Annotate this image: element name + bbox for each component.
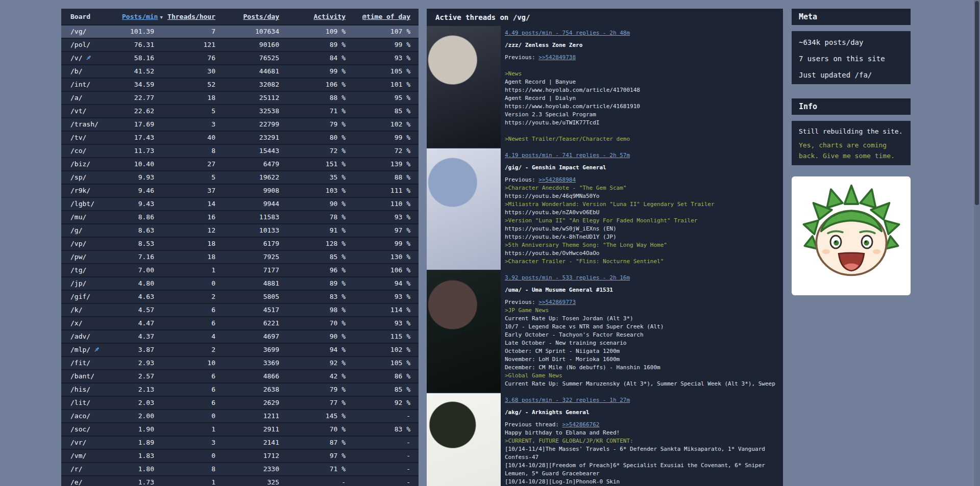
time-of-day-cell: 83 % bbox=[354, 423, 419, 436]
board-row-int[interactable]: /int/34.595232082106 %101 % bbox=[61, 78, 419, 91]
board-row-his[interactable]: /his/2.136263879 %85 % bbox=[61, 383, 419, 396]
board-link[interactable]: /aco/ bbox=[70, 412, 90, 420]
scrollbar-thumb[interactable] bbox=[975, 1, 979, 205]
board-link[interactable]: /int/ bbox=[70, 81, 90, 88]
posts-day-cell: 44681 bbox=[224, 65, 287, 78]
board-link[interactable]: /soc/ bbox=[70, 425, 90, 433]
board-link[interactable]: /k/ bbox=[70, 306, 82, 314]
board-row-r9k[interactable]: /r9k/9.46379908103 %111 % bbox=[61, 184, 419, 197]
board-link[interactable]: /bant/ bbox=[70, 372, 94, 380]
board-link[interactable]: /pw/ bbox=[70, 253, 86, 261]
board-link[interactable]: /vg/ bbox=[70, 28, 86, 35]
previous-thread-link[interactable]: >>542869773 bbox=[538, 299, 576, 305]
board-link[interactable]: /mlp/ bbox=[70, 346, 90, 353]
sort-link[interactable]: Activity bbox=[313, 13, 346, 20]
board-link[interactable]: /r9k/ bbox=[70, 187, 90, 194]
thread-thumbnail[interactable] bbox=[427, 271, 501, 392]
sort-link[interactable]: Threads/hour bbox=[167, 13, 215, 20]
board-row-fit[interactable]: /fit/2.9310336992 %105 % bbox=[61, 356, 419, 370]
board-link[interactable]: /sp/ bbox=[70, 173, 86, 181]
board-link[interactable]: /vp/ bbox=[70, 240, 86, 247]
board-row-vm[interactable]: /vm/1.830171297 %- bbox=[61, 449, 419, 463]
previous-thread-link[interactable]: >>542849738 bbox=[538, 54, 576, 61]
board-link[interactable]: /x/ bbox=[70, 319, 82, 327]
board-row-vt[interactable]: /vt/22.6253253871 %85 % bbox=[61, 105, 419, 118]
board-row-a[interactable]: /a/22.77182511288 %95 % bbox=[61, 91, 419, 105]
board-row-vg[interactable]: /vg/101.397107634109 %107 % bbox=[61, 25, 419, 38]
board-row-mlp[interactable]: /mlp/3.872369994 %102 % bbox=[61, 343, 419, 356]
board-link[interactable]: /lit/ bbox=[70, 399, 90, 406]
board-link[interactable]: /g/ bbox=[70, 226, 82, 234]
board-row-b[interactable]: /b/41.52304468199 %105 % bbox=[61, 65, 419, 78]
board-row-co[interactable]: /co/11.7381544372 %72 % bbox=[61, 144, 419, 158]
board-link[interactable]: /v/ bbox=[70, 54, 82, 62]
board-link[interactable]: /a/ bbox=[70, 94, 82, 101]
board-link[interactable]: /trash/ bbox=[70, 120, 99, 128]
board-row-e[interactable]: /e/1.731325-- bbox=[61, 476, 419, 486]
board-row-tg[interactable]: /tg/7.001717796 %106 % bbox=[61, 264, 419, 277]
board-link[interactable]: /lgbt/ bbox=[70, 200, 94, 208]
board-row-gif[interactable]: /gif/4.632580583 %93 % bbox=[61, 290, 419, 303]
previous-thread-link[interactable]: >>542868984 bbox=[538, 176, 576, 183]
board-cell: /gif/ bbox=[61, 290, 121, 303]
thread-stats-link[interactable]: 3.92 posts/min - 533 replies - 2h 16m bbox=[505, 274, 779, 282]
board-link[interactable]: /jp/ bbox=[70, 279, 86, 287]
board-link[interactable]: /r/ bbox=[70, 465, 82, 473]
board-row-adv[interactable]: /adv/4.374469790 %115 % bbox=[61, 330, 419, 343]
board-row-pw[interactable]: /pw/7.1618792585 %130 % bbox=[61, 250, 419, 264]
board-link[interactable]: /adv/ bbox=[70, 332, 90, 340]
board-row-trash[interactable]: /trash/17.6932279979 %102 % bbox=[61, 118, 419, 131]
board-row-sp[interactable]: /sp/9.9351962235 %88 % bbox=[61, 171, 419, 184]
board-row-jp[interactable]: /jp/4.800488189 %94 % bbox=[61, 277, 419, 290]
board-link[interactable]: /biz/ bbox=[70, 160, 90, 168]
thread-thumbnail[interactable] bbox=[427, 26, 501, 147]
board-row-vp[interactable]: /vp/8.53186179128 %99 % bbox=[61, 237, 419, 250]
board-row-lit[interactable]: /lit/2.036262977 %92 % bbox=[61, 396, 419, 410]
board-link[interactable]: /vr/ bbox=[70, 439, 86, 446]
board-row-soc[interactable]: /soc/1.901291170 %83 % bbox=[61, 423, 419, 436]
thread-thumbnail[interactable] bbox=[427, 148, 501, 270]
board-link[interactable]: /vt/ bbox=[70, 107, 86, 115]
col-header-time-of-day[interactable]: @time of day bbox=[354, 9, 419, 25]
board-row-biz[interactable]: /biz/10.40276479151 %139 % bbox=[61, 158, 419, 171]
col-header-activity[interactable]: Activity bbox=[287, 9, 354, 25]
board-link[interactable]: /gif/ bbox=[70, 293, 90, 300]
board-link[interactable]: /tg/ bbox=[70, 266, 86, 274]
board-row-x[interactable]: /x/4.476622170 %93 % bbox=[61, 317, 419, 330]
posts-min-cell: 9.43 bbox=[121, 197, 162, 211]
previous-thread-link[interactable]: >>542866762 bbox=[562, 421, 600, 428]
board-link[interactable]: /b/ bbox=[70, 67, 82, 75]
board-row-vr[interactable]: /vr/1.893214187 %- bbox=[61, 436, 419, 449]
board-row-mu[interactable]: /mu/8.86161158378 %93 % bbox=[61, 211, 419, 224]
board-link[interactable]: /tv/ bbox=[70, 134, 86, 141]
thread-stats-link[interactable]: 4.49 posts/min - 754 replies - 2h 48m bbox=[505, 29, 779, 37]
thread-stats-link[interactable]: 4.19 posts/min - 741 replies - 2h 57m bbox=[505, 151, 779, 160]
active-threads-panel: Active threads on /vg/ 4.49 posts/min - … bbox=[427, 9, 783, 486]
board-row-v[interactable]: /v/58.16767652584 %93 % bbox=[61, 52, 419, 65]
board-row-pol[interactable]: /pol/76.311219016089 %99 % bbox=[61, 38, 419, 52]
sort-link[interactable]: Posts/min bbox=[122, 13, 158, 20]
board-link[interactable]: /co/ bbox=[70, 147, 86, 155]
board-row-tv[interactable]: /tv/17.43402329180 %99 % bbox=[61, 131, 419, 144]
thread-thumbnail[interactable] bbox=[427, 393, 501, 486]
thread-stats-link[interactable]: 3.68 posts/min - 322 replies - 1h 27m bbox=[505, 396, 779, 404]
board-link[interactable]: /e/ bbox=[70, 478, 82, 486]
sort-link[interactable]: @time of day bbox=[362, 13, 410, 20]
board-row-g[interactable]: /g/8.63121013391 %97 % bbox=[61, 224, 419, 237]
threads-hour-cell: 40 bbox=[162, 131, 224, 144]
board-row-k[interactable]: /k/4.576451798 %114 % bbox=[61, 303, 419, 317]
board-row-lgbt[interactable]: /lgbt/9.4314994490 %110 % bbox=[61, 197, 419, 211]
col-header-threads-hour[interactable]: Threads/hour bbox=[162, 9, 224, 25]
board-row-bant[interactable]: /bant/2.576486642 %86 % bbox=[61, 370, 419, 383]
board-link[interactable]: /vm/ bbox=[70, 452, 86, 459]
sort-link[interactable]: Posts/day bbox=[243, 13, 279, 20]
page-scrollbar[interactable] bbox=[974, 0, 980, 486]
board-link[interactable]: /fit/ bbox=[70, 359, 90, 367]
col-header-posts-min[interactable]: Posts/min▼ bbox=[121, 9, 162, 25]
board-link[interactable]: /pol/ bbox=[70, 41, 90, 48]
board-link[interactable]: /mu/ bbox=[70, 213, 86, 221]
board-row-aco[interactable]: /aco/2.0001211145 %- bbox=[61, 410, 419, 423]
board-row-r[interactable]: /r/1.808233071 %- bbox=[61, 463, 419, 476]
board-link[interactable]: /his/ bbox=[70, 386, 90, 393]
col-header-posts-day[interactable]: Posts/day bbox=[224, 9, 287, 25]
